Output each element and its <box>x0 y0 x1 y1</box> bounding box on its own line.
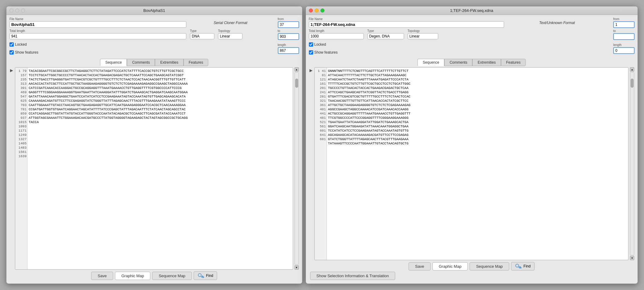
left-from-input[interactable] <box>278 21 299 28</box>
left-length-label: length <box>278 43 299 47</box>
left-window-title: BovAlphaS1 <box>143 8 165 13</box>
right-find-button[interactable]: Find <box>511 262 535 271</box>
right-scroll-up[interactable]: ▲ <box>630 67 634 72</box>
right-type-input[interactable] <box>367 33 404 39</box>
left-form-row-3: Locked Show features length <box>9 41 299 56</box>
left-scroll-down[interactable]: ▼ <box>295 265 299 270</box>
left-to-group: to <box>278 29 299 40</box>
left-locked-checkbox[interactable] <box>9 42 14 47</box>
right-type-group: Type <box>367 29 404 39</box>
right-tab-features[interactable]: Features <box>501 59 526 66</box>
left-sequence-map-button[interactable]: Sequence Map <box>152 272 191 280</box>
right-show-selection-row: Show Selection Information & Translation <box>309 272 635 281</box>
right-totallength-input[interactable] <box>309 33 364 39</box>
right-checkboxes: Locked Show features <box>309 41 611 56</box>
left-maximize-button[interactable] <box>21 9 25 12</box>
svg-marker-4 <box>309 69 313 72</box>
left-showfeatures-checkbox[interactable] <box>9 50 14 55</box>
right-filename-label: File Name <box>309 17 504 21</box>
right-scroll-down[interactable]: ▼ <box>630 256 634 260</box>
right-maximize-button[interactable] <box>320 9 324 12</box>
right-to-input[interactable] <box>613 33 635 40</box>
left-save-button[interactable]: Save <box>91 272 113 280</box>
right-tab-comments[interactable]: Comments <box>444 59 472 66</box>
left-scroll-up[interactable]: ▲ <box>295 67 299 72</box>
right-title-bar: 1;TEF-264-FW.seq.xdna <box>306 6 638 15</box>
left-topology-group: Topology <box>218 29 242 39</box>
right-totallength-group: Total length <box>309 29 364 39</box>
right-tab-sequence[interactable]: Sequence <box>417 59 444 66</box>
left-sequence-container[interactable]: 1 79 157 235 313 391 469 547 625 703 781… <box>15 67 293 270</box>
right-minimize-button[interactable] <box>315 9 319 12</box>
left-locked-label: Locked <box>15 42 27 47</box>
left-close-button[interactable] <box>9 9 13 12</box>
right-filename-input[interactable] <box>309 21 504 28</box>
left-tab-sequence[interactable]: Sequence <box>100 59 127 66</box>
left-scroll-thumb <box>295 79 298 88</box>
right-find-label: Find <box>524 264 531 268</box>
left-totallength-input[interactable] <box>9 33 186 39</box>
left-bottom-bar: Save Graphic Map Sequence Map Find <box>9 270 299 281</box>
left-showfeatures-row: Show features <box>9 50 276 55</box>
right-to-label: to <box>613 29 635 33</box>
right-length-group: length <box>613 43 635 54</box>
left-minimize-button[interactable] <box>15 9 19 12</box>
svg-marker-0 <box>10 69 13 72</box>
left-length-group: length <box>278 43 299 54</box>
left-checkboxes: Locked Show features <box>9 41 276 56</box>
right-showfeatures-checkbox[interactable] <box>309 50 313 55</box>
right-show-selection-button[interactable]: Show Selection Information & Translation <box>310 272 395 280</box>
right-play-icon[interactable] <box>309 69 313 73</box>
left-window-content: File Name Serial Cloner Format from Tota… <box>6 15 302 284</box>
left-form-row-1: File Name Serial Cloner Format from <box>9 17 299 28</box>
right-close-button[interactable] <box>309 9 313 12</box>
right-showfeatures-row: Show features <box>309 50 611 55</box>
left-to-input[interactable] <box>278 33 299 40</box>
right-window: 1;TEF-264-FW.seq.xdna File Name Text/Unk… <box>306 6 638 284</box>
left-find-icon <box>198 273 205 278</box>
left-scrollbar[interactable]: ▲ ▼ <box>294 67 299 270</box>
left-find-button[interactable]: Find <box>194 271 217 280</box>
left-play-icon[interactable] <box>9 69 14 73</box>
right-form-row-2: Total length Type Topology to <box>309 29 635 40</box>
left-graphic-map-button[interactable]: Graphic Map <box>115 272 150 280</box>
left-tabs: Sequence Comments Extremities Features <box>9 59 299 66</box>
left-find-label: Find <box>206 274 213 278</box>
left-topology-input[interactable] <box>218 33 242 39</box>
right-topology-input[interactable] <box>408 33 438 39</box>
left-tab-extremities[interactable]: Extremities <box>155 59 183 66</box>
left-topology-label: Topology <box>218 29 242 33</box>
right-topology-group: Topology <box>408 29 438 39</box>
right-filename-group: File Name <box>309 17 504 28</box>
right-find-icon <box>515 263 522 269</box>
right-sequence-map-button[interactable]: Sequence Map <box>470 262 509 271</box>
right-form-row-3: Locked Show features length <box>309 41 635 56</box>
right-play-area <box>309 67 313 260</box>
left-traffic-lights <box>9 9 25 12</box>
right-form-row-1: File Name Text/Unknown Format from <box>309 17 635 28</box>
right-save-button[interactable]: Save <box>409 262 431 271</box>
left-filename-input[interactable] <box>9 21 186 28</box>
left-scroll-track <box>295 72 299 265</box>
right-from-input[interactable] <box>613 21 635 28</box>
right-scroll-track <box>630 72 634 255</box>
left-from-group: from <box>278 17 299 28</box>
right-tab-extremities[interactable]: Extremities <box>472 59 501 66</box>
right-length-input[interactable] <box>613 47 635 54</box>
right-totallength-label: Total length <box>309 29 364 33</box>
left-type-input[interactable] <box>190 33 214 39</box>
right-sequence-numbers: 1 41 81 121 161 201 241 281 321 361 401 … <box>315 68 327 260</box>
right-scrollbar[interactable]: ▲ ▼ <box>630 67 635 260</box>
left-sequence-text: TACACGGAATTCGCGGCCGCTTCTAGAGGCTCTTCTATAG… <box>27 68 293 269</box>
right-topology-label: Topology <box>408 29 438 33</box>
right-sequence-container[interactable]: 1 41 81 121 161 201 241 281 321 361 401 … <box>314 67 628 260</box>
right-from-label: from <box>613 17 635 21</box>
right-window-content: File Name Text/Unknown Format from Total… <box>306 15 638 284</box>
left-tab-comments[interactable]: Comments <box>127 59 155 66</box>
right-length-label: length <box>613 43 635 47</box>
left-length-input[interactable] <box>278 47 299 54</box>
right-locked-checkbox[interactable] <box>309 42 313 47</box>
left-tab-features[interactable]: Features <box>184 59 208 66</box>
right-graphic-map-button[interactable]: Graphic Map <box>432 262 468 271</box>
left-type-group: Type <box>190 29 214 39</box>
